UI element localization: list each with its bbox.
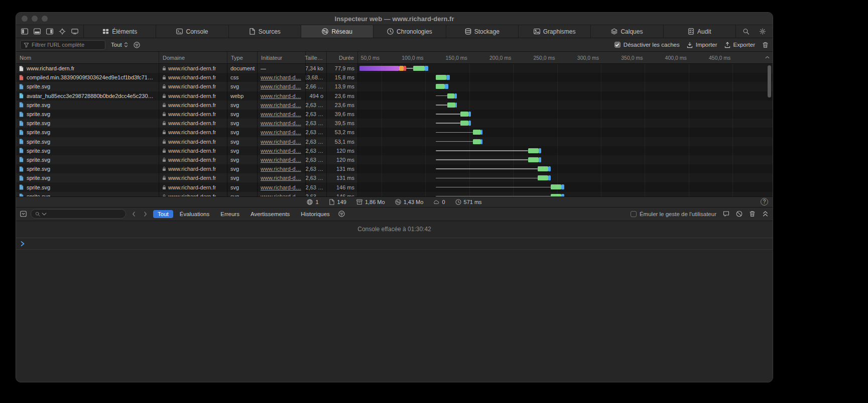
dock-right-icon[interactable] [44,27,55,37]
initiator-link[interactable]: www.richard-d… [261,102,301,108]
resource-type-dropdown[interactable]: Tout [111,42,128,48]
tab-sources[interactable]: Sources [228,25,301,38]
type-cell: webp [227,91,258,100]
console-scope-errors[interactable]: Erreurs [216,210,244,218]
expand-console-icon[interactable] [762,211,769,217]
console-scope-logs[interactable]: Historiques [296,210,334,218]
ruler-tick-label: 250,0 ms [524,52,555,63]
waterfall-cell [358,155,773,164]
export-label: Exporter [733,42,755,48]
tab-label: Graphismes [543,28,576,35]
initiator-link[interactable]: www.richard-d… [261,166,301,172]
help-button[interactable]: ? [761,198,768,206]
column-header-name[interactable]: Nom [16,52,159,63]
next-result-button[interactable] [142,212,149,217]
console-scope-evaluations[interactable]: Évaluations [175,210,214,218]
console-messages-icon[interactable] [723,211,729,217]
tab-layers[interactable]: Calques [590,25,663,38]
zoom-button[interactable] [42,16,48,22]
column-header-type[interactable]: Type [227,52,258,63]
clear-console-icon[interactable] [736,211,742,217]
network-request-row[interactable]: sprite.svgwww.richard-dern.frsvgwww.rich… [16,110,773,119]
tab-timelines[interactable]: Chronologies [373,25,445,38]
waterfall-segment-line [436,141,472,142]
export-button[interactable]: Exporter [724,42,755,48]
disable-caches-toggle[interactable]: Désactiver les caches [614,42,680,48]
initiator-link[interactable]: www.richard-d… [261,74,301,80]
column-header-size[interactable]: Taille… [306,52,327,63]
emulate-user-gesture-toggle[interactable]: Émuler le geste de l'utilisateur [631,211,716,217]
size-cell: 2,63 … [306,110,327,119]
toolbar-right-icons [735,25,773,38]
waterfall-segment-green [447,103,455,108]
lock-icon [162,75,166,80]
element-picker-icon[interactable] [57,27,68,37]
column-header-domain[interactable]: Domaine [159,52,227,63]
initiator-link[interactable]: www.richard-d… [261,148,301,154]
network-request-row[interactable]: avatar_hu85ecc3e298728880b0bde2dcc4e5c23… [16,91,773,100]
initiator-cell: www.richard-d… [258,91,306,100]
tab-storage[interactable]: Stockage [446,25,518,38]
previous-result-button[interactable] [130,212,138,217]
duration-cell: 39,6 ms [327,110,358,119]
network-request-row[interactable]: sprite.svgwww.richard-dern.frsvgwww.rich… [16,82,773,91]
column-header-duration[interactable]: Durée [327,52,358,63]
console-filter-icon[interactable] [338,211,345,217]
filter-options-icon[interactable] [134,42,140,48]
tab-console[interactable]: Console [156,25,228,38]
network-request-row[interactable]: sprite.svgwww.richard-dern.frsvgwww.rich… [16,182,773,191]
console-trash-icon[interactable] [749,211,756,217]
initiator-link[interactable]: www.richard-d… [261,184,301,190]
vertical-scrollbar[interactable] [768,65,771,97]
search-icon[interactable] [740,27,752,37]
dock-bottom-icon[interactable] [32,27,43,37]
network-request-row[interactable]: sprite.svgwww.richard-dern.frsvgwww.rich… [16,137,773,146]
tab-elements[interactable]: Éléments [83,25,156,38]
emulate-user-gesture-checkbox[interactable] [631,211,637,217]
clear-network-trash-icon[interactable] [762,42,769,48]
initiator-link[interactable]: www.richard-d… [261,83,301,89]
initiator-link[interactable]: www.richard-d… [261,175,301,181]
network-request-row[interactable]: sprite.svgwww.richard-dern.frsvgwww.rich… [16,100,773,110]
device-icon[interactable] [69,27,80,37]
initiator-link[interactable]: www.richard-d… [261,139,301,145]
initiator-link[interactable]: www.richard-d… [261,129,301,135]
console-prompt[interactable] [16,238,773,250]
network-request-row[interactable]: sprite.svgwww.richard-dern.frsvgwww.rich… [16,192,773,196]
console-scope-all[interactable]: Tout [153,210,173,218]
gear-icon[interactable] [757,27,768,37]
close-button[interactable] [22,16,28,22]
request-name-cell: sprite.svg [16,164,159,173]
import-button[interactable]: Importer [687,42,717,48]
network-request-row[interactable]: sprite.svgwww.richard-dern.frsvgwww.rich… [16,164,773,173]
initiator-link[interactable]: www.richard-d… [261,157,301,163]
network-request-row[interactable]: compiled.min.38390909f303624ed9e1cf1bd3f… [16,73,773,82]
initiator-link[interactable]: www.richard-d… [261,93,301,99]
initiator-link[interactable]: www.richard-d… [261,120,301,126]
console-scope-icon[interactable] [20,211,27,217]
tab-graphics[interactable]: Graphismes [518,25,590,38]
network-request-row[interactable]: sprite.svgwww.richard-dern.frsvgwww.rich… [16,146,773,155]
initiator-link[interactable]: www.richard-d… [261,111,301,117]
graphics-icon [534,28,540,35]
waterfall-cell [358,137,773,146]
column-header-initiator[interactable]: Initiateur [258,52,306,63]
console-scope-warnings[interactable]: Avertissements [246,210,294,218]
export-icon [724,42,730,48]
titlebar: Inspecteur web — www.richard-dern.fr [16,13,773,25]
disable-caches-checkbox[interactable] [614,42,621,48]
chevron-up-icon[interactable] [765,56,770,59]
dock-left-icon[interactable] [19,27,30,37]
tab-network[interactable]: Réseau [301,25,373,38]
clock-icon [455,199,461,205]
tab-audit[interactable]: Audit [663,25,735,38]
url-filter-input[interactable]: Filtrer l'URL complète [20,40,105,50]
network-request-row[interactable]: sprite.svgwww.richard-dern.frsvgwww.rich… [16,119,773,128]
console-search-input[interactable] [31,209,126,219]
minimize-button[interactable] [32,16,38,22]
network-request-row[interactable]: www.richard-dern.frwww.richard-dern.frdo… [16,64,773,73]
network-request-row[interactable]: sprite.svgwww.richard-dern.frsvgwww.rich… [16,173,773,182]
ruler-tick-label: 200,0 ms [480,52,511,63]
network-request-row[interactable]: sprite.svgwww.richard-dern.frsvgwww.rich… [16,155,773,164]
network-request-row[interactable]: sprite.svgwww.richard-dern.frsvgwww.rich… [16,128,773,137]
